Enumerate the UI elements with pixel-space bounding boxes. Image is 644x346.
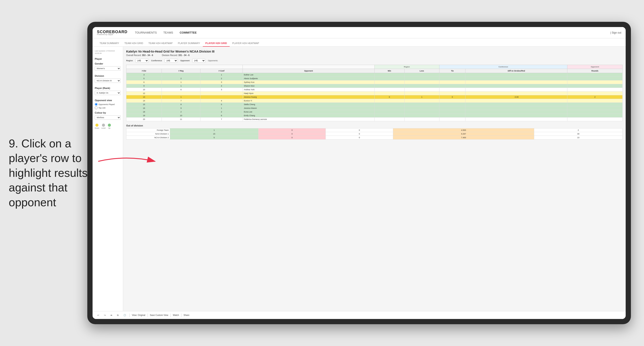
region-filter-select[interactable]: (All) [136,59,149,63]
cell-reg [162,92,200,95]
table-row[interactable]: 613Sydney Kuo [126,80,622,84]
tab-player-summary[interactable]: PLAYER SUMMARY [175,40,203,47]
radio-opponents-played[interactable]: Opponents Played [95,103,121,106]
out-cell: 0 [326,132,393,136]
nav-sign-out[interactable]: | Sign out [610,31,622,34]
sidebar-gender-label: Gender [95,62,121,65]
cell-loss [404,114,439,118]
cell-tie [439,99,466,103]
cell-diff [466,118,567,121]
watch-btn[interactable]: Watch [173,314,179,316]
division-select[interactable]: NCAA Division III [95,78,121,83]
table-row[interactable]: 20117Federica Domecq Lacroze [126,118,622,121]
player-rank-select[interactable]: 8. Katelyn Vo [95,91,121,95]
cell-div: 18 [126,110,162,114]
table-row[interactable]: 12Haeji Hyun [126,92,622,95]
cell-loss [404,110,439,114]
cell-tie [439,84,466,88]
cell-win [374,84,404,88]
cell-div: 15 [126,103,162,106]
cell-win [374,77,404,80]
undo-btn[interactable]: ↩ [96,314,100,317]
out-table-row[interactable]: NCAA Division 25007.40010 [126,136,622,140]
toolbar-sep-2 [148,314,148,317]
cell-win [374,114,404,118]
table-row[interactable]: 131Jessica Huang010-3.002 [126,95,622,99]
cell-div: 20 [126,118,162,121]
clock-btn[interactable]: 🕐 [122,314,127,317]
tab-player-h2h-grid[interactable]: PLAYER H2H GRID [203,40,230,47]
th-spacer [126,65,243,69]
cell-diff: -3.00 [466,95,567,99]
cell-div: 12 [126,92,162,95]
th-tie: Tie [439,69,466,73]
cell-win [374,99,404,103]
cell-opponent: Jessica Huang [242,95,374,99]
overall-record: Overall Record: 353 - 34 - 6 [126,54,153,56]
cell-diff [466,73,567,77]
opponent-view-radios: Opponents Played Top 100 [95,103,121,109]
cell-loss [404,88,439,92]
cell-div: 3 [126,73,162,77]
cell-diff [466,114,567,118]
division-record: Division Record: 331 - 34 - 6 [162,54,190,56]
out-cell: 10 [534,136,622,140]
nav-tournaments[interactable]: TOURNAMENTS [135,30,157,35]
th-win: Win [374,69,404,73]
opponent-filter-select[interactable]: (All) [192,59,206,63]
legend-up: Up [108,124,111,129]
out-table-row[interactable]: Foreign Team1004.5002 [126,128,622,132]
gender-select[interactable]: Women's [95,66,121,71]
legend-down: Down [95,124,99,129]
out-table-row[interactable]: NAIA Division 115009.26730 [126,132,622,136]
view-original-btn[interactable]: View: Original [132,314,146,316]
redo-btn[interactable]: ↪ [102,314,107,317]
legend-level-dot [102,124,105,127]
cell-rounds [567,99,622,103]
cell-conf: 5 [200,103,243,106]
sidebar-player-rank-label: Player (Rank) [95,87,121,89]
table-row[interactable]: 522Alexis Sudjianto [126,77,622,80]
table-row[interactable]: 1585Stella Cheng [126,103,622,106]
share-btn[interactable]: Share [184,314,190,316]
tab-team-h2h-heatmap[interactable]: TEAM H2H HEATMAP [146,40,175,47]
section-header-row: Region Conference Opponent [126,65,622,69]
cell-win [374,106,404,110]
tablet-frame: SCOREBOARD Powered by clippd TOURNAMENTS… [87,22,631,324]
cell-conf: 4 [200,99,243,103]
out-cell: 2 [534,128,622,132]
cell-reg: 1 [162,80,200,84]
toolbar-sep-4 [181,314,182,317]
cell-tie [439,118,466,121]
sidebar-division-label: Division [95,75,121,77]
th-rounds: Rounds [567,69,622,73]
step-back-btn[interactable]: ⬅ [109,314,114,317]
filter-row: Region (All) Conference (All) Opponent (… [126,59,622,63]
copy-btn[interactable]: ⧉ [116,314,120,317]
conference-filter-select[interactable]: (All) [164,59,178,63]
conference-filter-label: Conference [151,59,162,62]
table-row[interactable]: 1691Jessica Mason [126,106,622,110]
cell-conf: 1 [200,73,243,77]
tab-team-summary[interactable]: TEAM SUMMARY [97,40,122,47]
table-row[interactable]: 31Esther Lee [126,73,622,77]
table-row[interactable]: 1063Andrea York [126,88,622,92]
radio-top100[interactable]: Top 100 [95,106,121,109]
table-row[interactable]: 1822Euna Lee [126,110,622,114]
cell-tie [439,92,466,95]
nav-committee[interactable]: COMMITTEE [180,30,197,35]
table-row[interactable]: 914Sharon Mun [126,84,622,88]
cell-diff [466,92,567,95]
cell-opponent: Stella Cheng [242,103,374,106]
cell-tie: 0 [439,95,466,99]
cell-opponent: Eunice Yi [242,99,374,103]
th-spacer2 [242,65,374,69]
nav-teams[interactable]: TEAMS [163,30,173,35]
table-row[interactable]: 1474Eunice Yi [126,99,622,103]
table-row[interactable]: 19106Emily Chang [126,114,622,118]
cell-opponent: Esther Lee [242,73,374,77]
colour-by-select[interactable]: Win/loss [95,115,121,120]
tab-player-h2h-heatmap[interactable]: PLAYER H2H HEATMAP [230,40,262,47]
save-custom-btn[interactable]: Save Custom View [150,314,168,316]
tab-team-h2h-grid[interactable]: TEAM H2H GRID [122,40,146,47]
